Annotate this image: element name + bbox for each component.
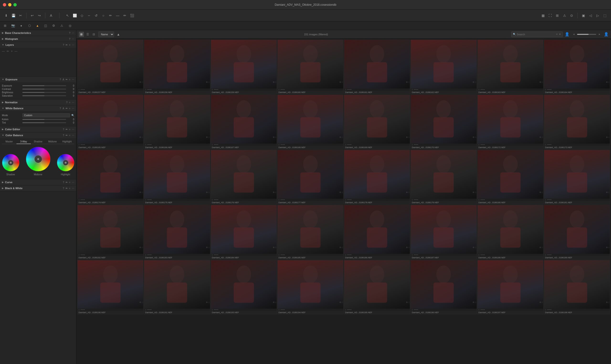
list-item[interactable]: ⚙ □ □ • • • • • Damiani_AD...0186185.NEF <box>277 205 344 260</box>
list-item[interactable]: ⚙ □ □ • • • • • Damiani_AD...0186197.NEF <box>477 260 544 315</box>
list-view-button[interactable]: ☰ <box>85 32 90 37</box>
list-item[interactable]: ⚙ □ □ • • • • • Damiani_AD...0186190.NEF <box>77 260 144 315</box>
list-item[interactable]: ⚙ □ □ • • • • • Damiani_AD...0186167.NEF <box>211 95 277 149</box>
grid-view-button[interactable]: ⊞ <box>79 32 84 37</box>
list-item[interactable]: ⚙ □ □ • • • • • Damiani_AD...0186160.NEF <box>277 39 344 94</box>
camera-module-icon[interactable]: 📷 <box>11 24 15 28</box>
round-module-icon[interactable]: ● <box>19 24 23 28</box>
list-item[interactable]: ⚙ □ □ • • • • • Damiani_AD...0186188.NEF <box>477 205 544 260</box>
highlight-wheel-canvas[interactable] <box>56 153 75 172</box>
list-item[interactable]: ⚙ □ □ • • • • • Damiani_AD...0186198.NEF <box>544 260 610 315</box>
layers-minus-icon[interactable]: — <box>2 50 5 53</box>
list-item[interactable]: ⚙ □ □ • • • • • Damiani_AD...0186195.NEF <box>344 260 410 315</box>
list-item[interactable]: ⚙ □ □ • • • • • Damiani_AD...0186196.NEF <box>411 260 477 315</box>
save-icon[interactable]: 💾 <box>11 13 16 18</box>
list-item[interactable]: ⚙ □ □ • • • • • Damiani_AD...0186194.NEF <box>277 260 344 315</box>
import-icon[interactable]: ⬇ <box>4 13 9 18</box>
list-item[interactable]: ⚙ □ □ • • • • • Damiani_AD...0186184.NEF <box>211 205 277 260</box>
list-item[interactable]: ⚙ □ □ • • • • • Damiani_AD...0186181.NEF <box>544 150 610 204</box>
circle-tool-icon[interactable]: ○ <box>101 13 106 18</box>
cb-tab-master[interactable]: Master <box>2 140 16 144</box>
user-icon[interactable]: 👤 <box>565 32 570 37</box>
base-characteristics-header[interactable]: ▶ Base Characteristics ? ⋯ <box>0 30 76 36</box>
alert-icon[interactable]: ⚠ <box>562 13 567 18</box>
layers-more-icon[interactable]: — <box>14 50 17 53</box>
list-item[interactable]: ⚙ □ □ • • • • • Damiani_AD...0186189.NEF <box>544 205 610 260</box>
history-icon[interactable]: ◁ <box>588 13 593 18</box>
list-item[interactable]: ⚙ □ □ • • • • • Damiani_AD...0186176.NEF <box>211 150 277 204</box>
list-item[interactable]: ⚙ □ □ • • • • • Damiani_AD...0186175.NEF <box>144 150 210 204</box>
contrast-slider-track[interactable] <box>22 89 66 90</box>
list-item[interactable]: ⚙ □ □ • • • • • Damiani_AD...0186161.NEF <box>344 39 410 94</box>
warning-module-icon[interactable]: ⚠ <box>60 24 64 28</box>
search-clear-icon[interactable]: ✕ <box>556 33 558 36</box>
flip-tool-icon[interactable]: ↺ <box>94 13 99 18</box>
fullscreen-icon[interactable]: ⛶ <box>548 13 553 18</box>
search-input[interactable] <box>517 33 555 36</box>
gear-module-icon[interactable]: ⚙ <box>52 24 56 28</box>
white-balance-header[interactable]: ▼ White Balance ? A ✏ ≡ ⋯ <box>0 105 76 111</box>
cb-tab-highlight[interactable]: Highlight <box>60 140 74 144</box>
maximize-button[interactable] <box>13 3 17 6</box>
brush-tool-icon[interactable]: ✏ <box>122 13 127 18</box>
list-item[interactable]: ⚙ □ □ • • • • • Damiani_AD...0186182.NEF <box>77 205 144 260</box>
list-item[interactable]: ⚙ □ □ • • • • • Damiani_AD...0186162.NEF <box>411 39 477 94</box>
library-module-icon[interactable]: ⊞ <box>3 24 7 28</box>
tint-slider-track[interactable] <box>22 122 66 123</box>
wb-eyedropper-icon[interactable]: 🔍 <box>71 114 74 117</box>
normalize-header[interactable]: ▶ Normalize ? ≡ ⋯ <box>0 100 76 105</box>
shadow-wheel-canvas[interactable] <box>1 153 20 172</box>
transform-tool-icon[interactable]: ◇ <box>80 13 84 18</box>
undo-icon[interactable]: ↩ <box>30 13 35 18</box>
print-icon[interactable]: ⬚ <box>602 13 607 18</box>
list-item[interactable]: ⚙ □ □ • • • • • Damiani_AD...0186187.NEF <box>411 205 477 260</box>
panels-icon[interactable]: ▣ <box>581 13 586 18</box>
close-button[interactable] <box>3 3 6 6</box>
eraser-tool-icon[interactable]: ⬛ <box>130 13 134 18</box>
list-item[interactable]: ⚙ □ □ • • • • • Damiani_AD...0186169.NEF <box>344 95 410 149</box>
curve-header[interactable]: ▶ Curve ? ✏ ≡ ⋯ <box>0 179 76 185</box>
glasses-module-icon[interactable]: ◎ <box>68 24 72 28</box>
cb-tab-midtone[interactable]: Midtone <box>45 140 60 144</box>
sort-direction-icon[interactable]: ▲ <box>116 32 121 37</box>
list-item[interactable]: ⚙ □ □ • • • • • Damiani_AD...0186165.NEF <box>77 95 144 149</box>
layers-plus-icon[interactable]: + <box>11 50 13 53</box>
crop-tool-icon[interactable]: ⬜ <box>72 13 77 18</box>
list-item[interactable]: ⚙ □ □ • • • • • Damiani_AD...0186172.NEF <box>477 95 544 149</box>
layers-header[interactable]: ▼ Layers ? ✏ + ⋯ <box>0 42 76 48</box>
saturation-slider-track[interactable] <box>22 95 66 96</box>
loupe-icon[interactable]: ⊙ <box>569 13 574 18</box>
list-item[interactable]: ⚙ □ □ • • • • • Damiani_AD...0186178.NEF <box>344 150 410 204</box>
layout-icon[interactable]: ▦ <box>541 13 545 18</box>
kelvin-slider-track[interactable] <box>22 119 66 120</box>
rotate-tool-icon[interactable]: ↔ <box>87 13 92 18</box>
export-icon[interactable]: ▷ <box>595 13 600 18</box>
exposure-slider-track[interactable] <box>22 85 66 86</box>
list-item[interactable]: ⚙ □ □ • • • • • Damiani_AD...0186166.NEF <box>144 95 210 149</box>
detail-view-button[interactable]: ⊟ <box>91 32 96 37</box>
list-item[interactable]: ⚙ □ □ • • • • • Damiani_AD...0186173.NEF <box>544 95 610 149</box>
sort-dropdown[interactable]: Name Date Rating <box>98 31 114 37</box>
histogram-header[interactable]: ▶ Histogram ? ⋯ <box>0 36 76 42</box>
brightness-slider-track[interactable] <box>22 92 66 93</box>
redo-icon[interactable]: ↪ <box>37 13 42 18</box>
grid-view-icon[interactable]: ⊞ <box>555 13 560 18</box>
layers-module-icon[interactable]: ◫ <box>43 24 48 28</box>
list-item[interactable]: ⚙ □ □ • • • • • Damiani_AD...0186159.NEF <box>211 39 277 94</box>
list-item[interactable]: ⚙ □ □ • • • • • Damiani_AD...0186177.NEF <box>277 150 344 204</box>
minimize-button[interactable] <box>8 3 12 6</box>
pen-tool-icon[interactable]: ✏ <box>108 13 113 18</box>
user-right-icon[interactable]: 👤 <box>604 32 609 37</box>
list-item[interactable]: ⚙ □ □ • • • • • Damiani_AD...0186174.NEF <box>77 150 144 204</box>
list-item[interactable]: ⚙ □ □ • • • • • Damiani_AD...0186158.NEF <box>144 39 210 94</box>
list-item[interactable]: ⚙ □ □ • • • • • Damiani_AD...0186193.NEF <box>211 260 277 315</box>
list-item[interactable]: ⚙ □ □ • • • • • Damiani_AD...0186164.NEF <box>544 39 610 94</box>
line-tool-icon[interactable]: — <box>115 13 120 18</box>
text-icon[interactable]: A <box>49 13 53 18</box>
select-tool-icon[interactable]: ↖ <box>65 13 70 18</box>
color-editor-header[interactable]: ▶ Color Editor ? ✏ ≡ ⋯ <box>0 126 76 132</box>
list-item[interactable]: ⚙ □ □ • • • • • Damiani_AD...0186170.NEF <box>411 95 477 149</box>
cb-tab-3way[interactable]: 3-Way <box>16 140 31 144</box>
list-item[interactable]: ⚙ □ □ • • • • • Damiani_AD...0186157.NEF <box>77 39 144 94</box>
black-white-header[interactable]: ▶ Black & White ? ✏ ≡ ⋯ <box>0 185 76 191</box>
